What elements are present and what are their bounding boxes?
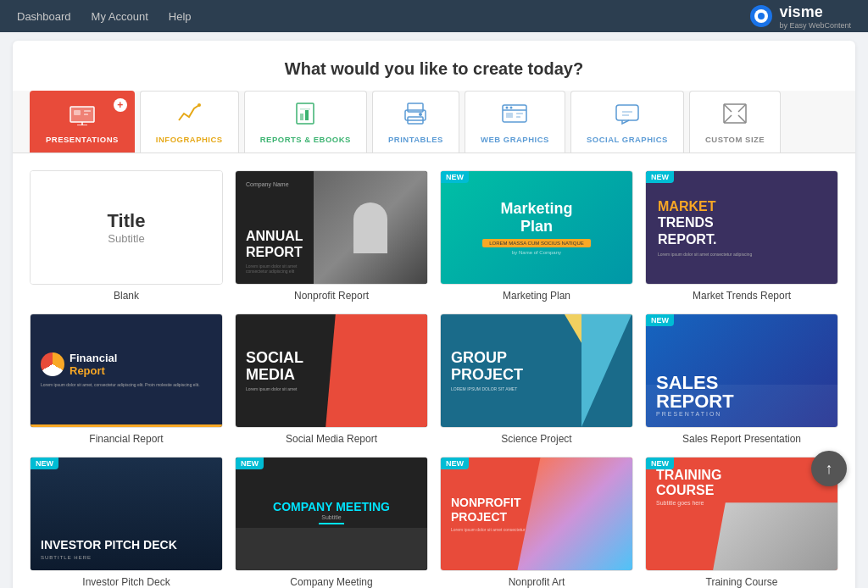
science-shapes: [517, 314, 632, 427]
template-training-course[interactable]: NEW TRAININGCOURSE Subtitle goes here Tr…: [645, 457, 838, 588]
marketing-preview: MarketingPlan LOREM MASSA CUM SOCIUS NAT…: [441, 171, 632, 284]
nonprofit-title: NONPROFITPROJECT: [451, 496, 520, 524]
new-badge-marketing: NEW: [441, 171, 469, 183]
template-sales-report[interactable]: NEW SALESREPORT PRESENTATION Sales Repor…: [645, 313, 838, 445]
infographics-icon: [175, 102, 203, 131]
tab-printables[interactable]: PRINTABLES: [372, 91, 459, 153]
template-investor-thumb: NEW INVESTOR PITCH DECK SUBTITLE HERE: [30, 457, 223, 571]
template-market-trends[interactable]: NEW MARKETTRENDSREPORT. Lorem ipsum dolo…: [645, 170, 838, 302]
template-science-thumb: GROUPPROJECT LOREM IPSUM DOLOR SIT AMET: [440, 313, 633, 428]
trends-lorem: Lorem ipsum dolor sit amet consectetur a…: [658, 252, 752, 257]
annual-lorem: Lorem ipsum dolor sit amet consectetur a…: [246, 263, 303, 274]
investor-sub: SUBTITLE HERE: [41, 555, 92, 560]
tab-socialgraphics-label: SOCIAL GRAPHICS: [587, 135, 668, 144]
template-financial-thumb: FinancialReport Lorem ipsum dolor sit am…: [30, 313, 223, 428]
social-preview: SOCIALMEDIA Lorem ipsum dolor sit amet: [236, 314, 427, 427]
tab-reports[interactable]: REPORTS & EBOOKS: [244, 91, 367, 153]
template-sales-label: Sales Report Presentation: [682, 433, 801, 445]
meeting-preview: COMPANY MEETING Subtitle: [236, 458, 427, 570]
printables-icon: [402, 102, 429, 131]
financial-circle-icon: [41, 352, 64, 376]
svg-rect-6: [74, 110, 81, 115]
template-nonprofit-art[interactable]: NEW NONPROFITPROJECT Lorem ipsum dolor s…: [440, 457, 633, 588]
template-trends-label: Market Trends Report: [693, 290, 791, 302]
new-badge-nonprofit: NEW: [441, 458, 469, 469]
scroll-up-button[interactable]: ↑: [811, 451, 847, 486]
tab-customsize-label: CUSTOM SIZE: [705, 135, 765, 144]
template-company-meeting[interactable]: NEW COMPANY MEETING Subtitle Company Mee…: [235, 457, 428, 588]
template-blank[interactable]: Title Subtitle Blank: [30, 170, 223, 302]
science-title: GROUPPROJECT: [451, 350, 523, 384]
template-investor-pitch[interactable]: NEW INVESTOR PITCH DECK SUBTITLE HERE In…: [30, 457, 223, 588]
svg-point-9: [198, 103, 201, 107]
main-content: What would you like to create today? + P…: [13, 41, 855, 588]
template-financial-report[interactable]: FinancialReport Lorem ipsum dolor sit am…: [30, 313, 223, 445]
template-sales-thumb: NEW SALESREPORT PRESENTATION: [645, 313, 838, 428]
nonprofit-preview: NONPROFITPROJECT Lorem ipsum dolor sit a…: [441, 458, 632, 570]
training-preview: TRAININGCOURSE Subtitle goes here: [646, 458, 837, 570]
nav-help[interactable]: Help: [169, 10, 192, 23]
svg-rect-24: [516, 116, 520, 118]
template-blank-label: Blank: [114, 290, 139, 302]
template-marketing-plan[interactable]: NEW MarketingPlan LOREM MASSA CUM SOCIUS…: [440, 170, 633, 302]
category-tabs: + PRESENTATIONS: [13, 91, 855, 153]
investor-title: INVESTOR PITCH DECK: [41, 538, 177, 552]
template-nonprofit-label: Nonprofit Art: [509, 576, 565, 588]
training-sub: Subtitle goes here: [656, 500, 704, 506]
sales-subtitle: PRESENTATION: [656, 411, 721, 417]
training-img: [713, 502, 837, 570]
svg-line-32: [738, 115, 746, 123]
science-preview: GROUPPROJECT LOREM IPSUM DOLOR SIT AMET: [441, 314, 632, 427]
svg-rect-25: [616, 105, 638, 120]
annual-company: Company Name: [246, 181, 303, 187]
tab-customsize[interactable]: CUSTOM SIZE: [689, 91, 781, 153]
template-annual-report[interactable]: Company Name ANNUALREPORT Lorem ipsum do…: [235, 170, 428, 302]
tab-socialgraphics[interactable]: SOCIAL GRAPHICS: [570, 91, 684, 153]
annual-left: Company Name ANNUALREPORT Lorem ipsum do…: [236, 171, 314, 284]
annual-image: [314, 171, 427, 284]
investor-preview: INVESTOR PITCH DECK SUBTITLE HERE: [31, 458, 222, 570]
meeting-table: [236, 528, 427, 570]
tab-infographics-label: INFOGRAPHICS: [156, 135, 223, 144]
science-tri2: [581, 314, 632, 427]
svg-rect-8: [84, 114, 88, 115]
nav-dashboard[interactable]: Dashboard: [17, 10, 71, 23]
template-nonprofit-thumb: NEW NONPROFITPROJECT Lorem ipsum dolor s…: [440, 457, 633, 571]
nav-my-account[interactable]: My Account: [92, 10, 148, 23]
webgraphics-icon: [501, 102, 528, 131]
svg-point-21: [510, 107, 513, 109]
template-marketing-thumb: NEW MarketingPlan LOREM MASSA CUM SOCIUS…: [440, 170, 633, 285]
social-bg-shape: [326, 314, 427, 427]
tab-presentations[interactable]: + PRESENTATIONS: [30, 91, 135, 153]
template-investor-label: Investor Pitch Deck: [82, 576, 170, 588]
svg-line-31: [724, 115, 732, 123]
top-nav: Dashboard My Account Help visme by Easy …: [0, 0, 868, 32]
marketing-bar: LOREM MASSA CUM SOCIUS NATIQUE: [482, 239, 591, 247]
logo: visme by Easy WebContent: [749, 3, 851, 30]
template-blank-thumb: Title Subtitle: [30, 170, 223, 285]
new-badge-sales: NEW: [646, 314, 674, 326]
nonprofit-abstract: [517, 458, 632, 570]
customsize-icon: [721, 102, 748, 131]
template-social-media[interactable]: SOCIALMEDIA Lorem ipsum dolor sit amet S…: [235, 313, 428, 445]
svg-rect-22: [506, 113, 513, 118]
svg-rect-7: [84, 110, 91, 112]
template-science-project[interactable]: GROUPPROJECT LOREM IPSUM DOLOR SIT AMET …: [440, 313, 633, 445]
blank-subtitle: Subtitle: [108, 232, 144, 245]
new-badge-trends: NEW: [646, 171, 674, 183]
tab-webgraphics[interactable]: WEB GRAPHICS: [465, 91, 565, 153]
svg-rect-13: [300, 108, 310, 110]
template-training-label: Training Course: [706, 576, 778, 588]
marketing-title: MarketingPlan: [500, 200, 572, 236]
tab-reports-label: REPORTS & EBOOKS: [260, 135, 351, 144]
template-meeting-thumb: NEW COMPANY MEETING Subtitle: [235, 457, 428, 571]
social-lorem: Lorem ipsum dolor sit amet: [246, 386, 297, 391]
template-science-label: Science Project: [501, 433, 571, 445]
financial-preview: FinancialReport Lorem ipsum dolor sit am…: [31, 314, 222, 427]
sales-preview: SALESREPORT PRESENTATION: [646, 314, 837, 427]
tab-infographics[interactable]: INFOGRAPHICS: [140, 91, 239, 153]
template-grid: Title Subtitle Blank Company Name ANNUAL…: [13, 153, 855, 588]
nav-links: Dashboard My Account Help: [17, 10, 192, 23]
tab-presentations-label: PRESENTATIONS: [46, 135, 119, 144]
annual-preview: Company Name ANNUALREPORT Lorem ipsum do…: [236, 171, 427, 284]
